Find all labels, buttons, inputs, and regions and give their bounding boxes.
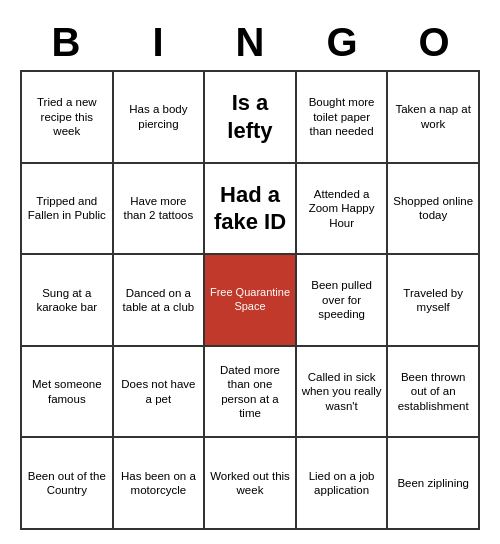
header-letter-o: O xyxy=(388,14,480,70)
bingo-cell-17[interactable]: Dated more than one person at a time xyxy=(205,347,297,439)
bingo-cell-15[interactable]: Met someone famous xyxy=(22,347,114,439)
bingo-cell-21[interactable]: Has been on a motorcycle xyxy=(114,438,206,530)
bingo-cell-13[interactable]: Been pulled over for speeding xyxy=(297,255,389,347)
bingo-cell-5[interactable]: Tripped and Fallen in Public xyxy=(22,164,114,256)
bingo-cell-0[interactable]: Tried a new recipe this week xyxy=(22,72,114,164)
bingo-cell-23[interactable]: Lied on a job application xyxy=(297,438,389,530)
bingo-cell-14[interactable]: Traveled by myself xyxy=(388,255,480,347)
bingo-cell-18[interactable]: Called in sick when you really wasn't xyxy=(297,347,389,439)
bingo-cell-10[interactable]: Sung at a karaoke bar xyxy=(22,255,114,347)
bingo-cell-24[interactable]: Been ziplining xyxy=(388,438,480,530)
header-letter-i: I xyxy=(112,14,204,70)
header-letter-b: B xyxy=(20,14,112,70)
header-letter-n: N xyxy=(204,14,296,70)
bingo-header: BINGO xyxy=(20,14,480,70)
bingo-cell-12[interactable]: Free Quarantine Space xyxy=(205,255,297,347)
bingo-cell-8[interactable]: Attended a Zoom Happy Hour xyxy=(297,164,389,256)
bingo-cell-19[interactable]: Been thrown out of an establishment xyxy=(388,347,480,439)
bingo-cell-6[interactable]: Have more than 2 tattoos xyxy=(114,164,206,256)
header-letter-g: G xyxy=(296,14,388,70)
bingo-cell-3[interactable]: Bought more toilet paper than needed xyxy=(297,72,389,164)
bingo-card: BINGO Tried a new recipe this weekHas a … xyxy=(10,4,490,540)
bingo-cell-7[interactable]: Had a fake ID xyxy=(205,164,297,256)
bingo-cell-20[interactable]: Been out of the Country xyxy=(22,438,114,530)
bingo-cell-2[interactable]: Is a lefty xyxy=(205,72,297,164)
bingo-cell-22[interactable]: Worked out this week xyxy=(205,438,297,530)
bingo-cell-4[interactable]: Taken a nap at work xyxy=(388,72,480,164)
bingo-cell-16[interactable]: Does not have a pet xyxy=(114,347,206,439)
bingo-cell-9[interactable]: Shopped online today xyxy=(388,164,480,256)
bingo-grid: Tried a new recipe this weekHas a body p… xyxy=(20,70,480,530)
bingo-cell-1[interactable]: Has a body piercing xyxy=(114,72,206,164)
bingo-cell-11[interactable]: Danced on a table at a club xyxy=(114,255,206,347)
